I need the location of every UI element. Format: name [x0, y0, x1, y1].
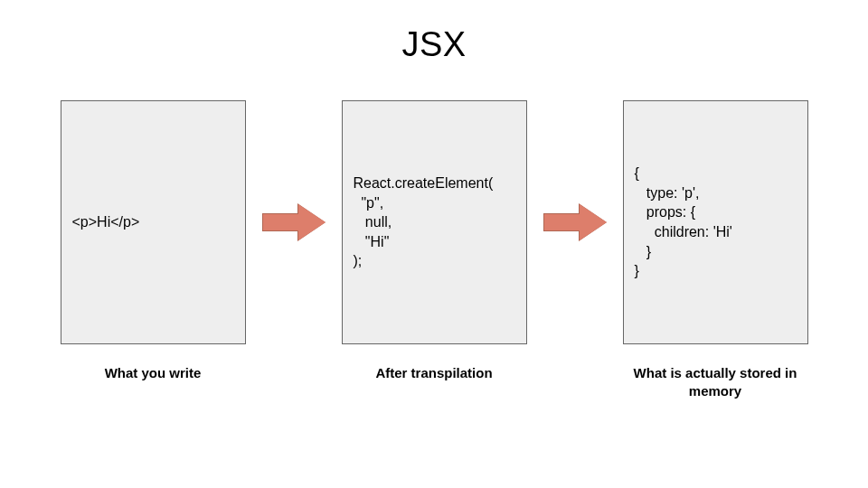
diagram-row: <p>Hi</p> React.createElement( "p", null…	[0, 100, 868, 344]
caption-middle: After transpilation	[342, 364, 527, 399]
caption-spacer	[543, 364, 607, 399]
captions-row: What you write After transpilation What …	[0, 364, 868, 399]
caption-spacer	[262, 364, 326, 399]
box-after-transpilation: React.createElement( "p", null, "Hi" );	[342, 100, 527, 344]
caption-right: What is actually stored in memory	[623, 364, 808, 399]
caption-left: What you write	[61, 364, 246, 399]
diagram-title: JSX	[0, 25, 868, 64]
arrow-right-icon	[262, 204, 326, 240]
box-what-you-write: <p>Hi</p>	[61, 100, 246, 344]
arrow-right-icon	[543, 204, 607, 240]
arrow-slot-2	[543, 204, 607, 240]
arrow-slot-1	[262, 204, 326, 240]
box-stored-in-memory: { type: 'p', props: { children: 'Hi' } }	[623, 100, 808, 344]
